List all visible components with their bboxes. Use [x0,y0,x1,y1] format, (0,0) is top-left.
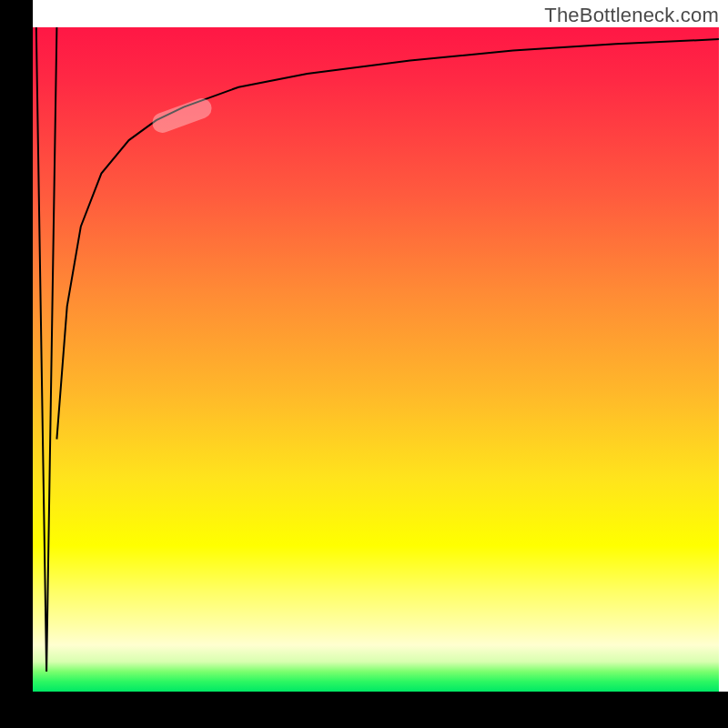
series-spike [36,27,57,672]
series-log-curve [56,39,719,440]
plot-area [33,27,719,692]
x-axis-frame [0,692,728,728]
y-axis-frame [0,27,33,692]
chart-curves [33,27,719,692]
watermark-text: TheBottleneck.com [544,4,719,27]
frame-corner [0,0,33,27]
